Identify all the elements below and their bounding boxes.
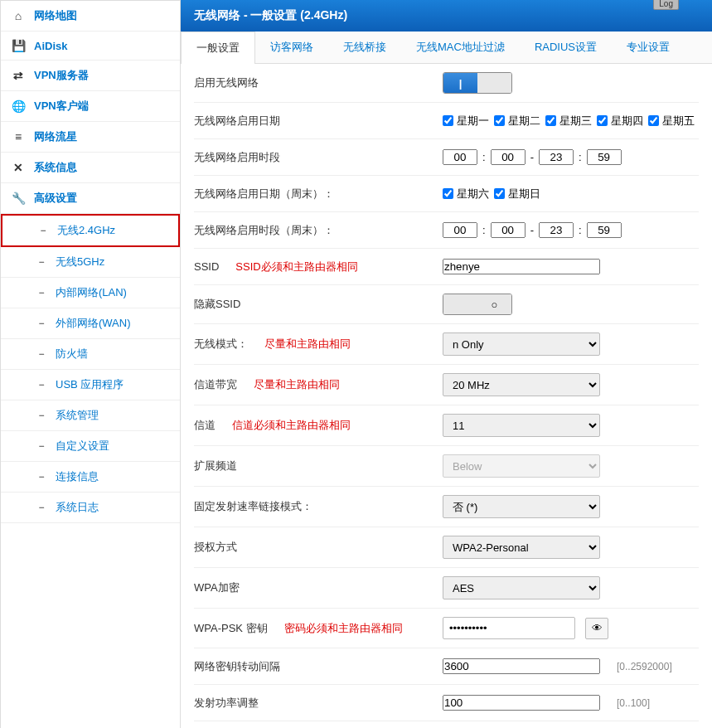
minus-icon: − [36, 502, 47, 513]
label: WPA加密 [194, 580, 240, 595]
checkbox-input[interactable] [443, 115, 453, 126]
sidebar-item-sysinfo[interactable]: ✕系统信息 [1, 153, 180, 183]
bandwidth-select[interactable]: 20 MHz [443, 373, 600, 396]
checkbox-input[interactable] [494, 115, 505, 126]
sidebar-label: AiDisk [34, 40, 67, 52]
label: 无线模式： [194, 337, 248, 352]
checkbox-fri[interactable]: 星期五 [648, 114, 695, 129]
row-rekey: 网络密钥转动间隔 [0..2592000] [194, 648, 699, 685]
sidebar-item-wireless5[interactable]: −无线5GHz [1, 247, 180, 278]
sidebar-item-lan[interactable]: −内部网络(LAN) [1, 278, 180, 308]
home-icon: ⌂ [11, 9, 26, 22]
disk-icon: 💾 [11, 39, 26, 52]
checkbox-sat[interactable]: 星期六 [443, 187, 489, 201]
label: 无线网络启用日期（周末）： [194, 187, 334, 201]
sidebar-item-admin[interactable]: −系统管理 [1, 400, 180, 431]
time-we-h2-input[interactable] [539, 222, 574, 238]
time-m1-input[interactable] [491, 149, 526, 165]
sidebar-label: 无线2.4GHz [57, 223, 115, 238]
sidebar-item-wireless24[interactable]: −无线2.4GHz [1, 214, 180, 247]
label: 无线网络启用时段 [194, 150, 280, 165]
sidebar-label: 连接信息 [56, 469, 99, 484]
row-ext-channel: 扩展频道 Below [194, 446, 699, 487]
checkbox-input[interactable] [443, 188, 453, 199]
sidebar-item-netmap[interactable]: ⌂网络地图 [1, 1, 180, 32]
show-password-button[interactable]: 👁 [585, 618, 608, 639]
hide-ssid-toggle[interactable]: ○ [443, 294, 512, 315]
arrows-icon: ⇄ [11, 69, 26, 82]
sidebar-item-usb[interactable]: −USB 应用程序 [1, 370, 180, 400]
row-mode: 无线模式：尽量和主路由相同 n Only [194, 324, 699, 365]
ssid-input[interactable] [443, 259, 600, 274]
time-h2-input[interactable] [539, 149, 574, 165]
checkbox-input[interactable] [597, 115, 608, 126]
label: 发射功率调整 [194, 696, 259, 711]
wpa-enc-select[interactable]: AES [443, 576, 600, 599]
sidebar-item-vpnserver[interactable]: ⇄VPN服务器 [1, 61, 180, 91]
checkbox-input[interactable] [545, 115, 556, 126]
sidebar-item-syslog[interactable]: −系统日志 [1, 493, 180, 523]
tab-bridge[interactable]: 无线桥接 [328, 32, 401, 63]
sidebar-item-firewall[interactable]: −防火墙 [1, 339, 180, 370]
checkbox-thu[interactable]: 星期四 [597, 114, 643, 129]
tab-pro[interactable]: 专业设置 [612, 32, 685, 63]
time-we-h1-input[interactable] [443, 222, 477, 238]
time-m2-input[interactable] [587, 149, 622, 165]
checkbox-input[interactable] [648, 115, 659, 126]
gmode-select[interactable]: 否 (*) [443, 495, 600, 518]
label: 无线网络启用时段（周末）： [194, 223, 334, 238]
row-enable-time-weekend: 无线网络启用时段（周末）： : - : [194, 212, 699, 249]
tabs: 一般设置 访客网络 无线桥接 无线MAC地址过滤 RADIUS设置 专业设置 [181, 32, 712, 64]
label: 隐藏SSID [194, 297, 240, 312]
sidebar-item-wan[interactable]: −外部网络(WAN) [1, 308, 180, 339]
row-hide-ssid: 隐藏SSID ○ [194, 285, 699, 324]
list-icon: ≡ [11, 130, 26, 143]
time-we-m1-input[interactable] [491, 222, 526, 238]
psk-input[interactable] [443, 617, 575, 639]
checkbox-mon[interactable]: 星期一 [443, 114, 489, 129]
rekey-input[interactable] [443, 658, 600, 674]
time-we-m2-input[interactable] [587, 222, 622, 238]
channel-select[interactable]: 11 [443, 414, 600, 437]
sidebar-label: VPN服务器 [34, 68, 89, 83]
note: 尽量和主路由相同 [254, 377, 340, 392]
row-country: 国家代码： Europe (channels 1-13) [194, 721, 699, 728]
checkbox-tue[interactable]: 星期二 [494, 114, 540, 129]
sidebar-item-traffic[interactable]: ≡网络流星 [1, 122, 180, 153]
sidebar-label: USB 应用程序 [56, 377, 124, 392]
sidebar-item-vpnclient[interactable]: 🌐VPN客户端 [1, 91, 180, 122]
minus-icon: − [36, 440, 47, 452]
sidebar-label: VPN客户端 [34, 99, 89, 114]
hint: [0..100] [617, 697, 650, 709]
minus-icon: − [37, 225, 49, 236]
toggle-off [477, 73, 511, 93]
enable-radio-toggle[interactable]: | [443, 72, 512, 94]
tab-general[interactable]: 一般设置 [181, 32, 255, 64]
sidebar-label: 外部网络(WAN) [56, 316, 131, 331]
auth-select[interactable]: WPA2-Personal [443, 536, 600, 559]
tab-guest[interactable]: 访客网络 [255, 32, 328, 63]
main-content: Log 无线网络 - 一般设置 (2.4GHz) 一般设置 访客网络 无线桥接 … [181, 0, 712, 728]
sidebar-item-custom[interactable]: −自定义设置 [1, 431, 180, 462]
txpower-input[interactable] [443, 695, 600, 711]
log-button[interactable]: Log [653, 0, 679, 10]
tab-radius[interactable]: RADIUS设置 [520, 32, 612, 63]
eye-icon: 👁 [592, 622, 603, 634]
checkbox-sun[interactable]: 星期日 [494, 187, 540, 201]
row-channel: 信道信道必须和主路由器相同 11 [194, 405, 699, 446]
minus-icon: − [36, 318, 47, 329]
checkbox-input[interactable] [494, 188, 505, 199]
row-bandwidth: 信道带宽尽量和主路由相同 20 MHz [194, 365, 699, 405]
row-ssid: SSIDSSID必须和主路由器相同 [194, 249, 699, 285]
tab-macfilter[interactable]: 无线MAC地址过滤 [401, 32, 520, 63]
sidebar-item-advanced[interactable]: 🔧高级设置 [1, 183, 180, 214]
sidebar-label: 系统信息 [34, 160, 77, 175]
time-h1-input[interactable] [443, 149, 477, 165]
label: 网络密钥转动间隔 [194, 659, 280, 674]
mode-select[interactable]: n Only [443, 332, 600, 356]
toggle-on: | [443, 73, 477, 93]
globe-icon: 🌐 [11, 99, 26, 113]
sidebar-item-connection[interactable]: −连接信息 [1, 462, 180, 493]
checkbox-wed[interactable]: 星期三 [545, 114, 592, 129]
sidebar-item-aidisk[interactable]: 💾AiDisk [1, 32, 180, 61]
